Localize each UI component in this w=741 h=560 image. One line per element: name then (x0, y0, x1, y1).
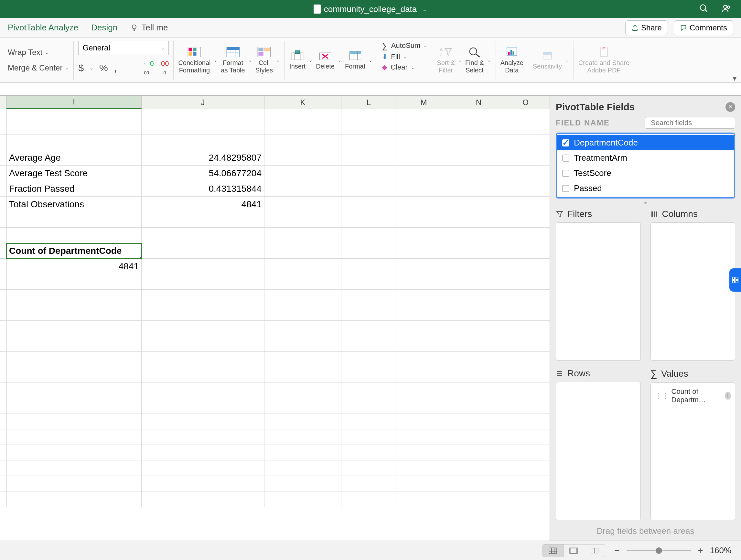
cell-frac-passed-val[interactable]: 0.431315844 (142, 181, 264, 196)
comments-label: Comments (690, 23, 727, 32)
share-icon (631, 24, 638, 31)
format-icon (348, 50, 362, 61)
cell-pivot-header[interactable]: Count of DepartmentCode (6, 243, 142, 258)
sensitivity-button[interactable]: Sensitivity (533, 50, 562, 70)
rows-icon (556, 369, 563, 377)
view-page-layout-button[interactable] (563, 545, 584, 557)
chevron-down-icon[interactable]: ⌄ (338, 58, 342, 63)
clear-button[interactable]: ◆Clear⌄ (382, 63, 415, 71)
chevron-down-icon[interactable]: ⌄ (276, 58, 280, 63)
comments-button[interactable]: Comments (674, 20, 733, 35)
cell-total-obs-label[interactable]: Total Observations (6, 197, 142, 212)
increase-decimal-button[interactable]: ←0.00 (143, 60, 154, 76)
chevron-down-icon: ⌄ (423, 43, 427, 48)
cell-avg-age-label[interactable]: Average Age (6, 150, 142, 165)
filters-dropzone[interactable] (556, 222, 641, 360)
collapse-ribbon-button[interactable]: ▼ (731, 75, 738, 82)
value-count-departmentcode[interactable]: ⋮⋮ Count of Departm… i (653, 386, 733, 406)
col-header-M[interactable]: M (396, 96, 451, 109)
zoom-in-button[interactable]: + (696, 546, 705, 556)
values-dropzone[interactable]: ⋮⋮ Count of Departm… i (651, 382, 736, 520)
info-icon[interactable]: i (725, 392, 731, 400)
field-departmentcode[interactable]: ✓ DepartmentCode (557, 135, 734, 150)
merge-center-button[interactable]: Merge & Center⌄ (8, 62, 69, 74)
wrap-text-button[interactable]: Wrap Text⌄ (8, 47, 49, 58)
col-header-N[interactable]: N (451, 96, 506, 109)
search-fields-input[interactable] (645, 117, 735, 129)
number-format-dropdown[interactable]: General ⌄ (78, 41, 169, 55)
chevron-down-icon[interactable]: ⌄ (565, 58, 569, 63)
formula-bar[interactable] (0, 83, 741, 96)
col-header-O[interactable]: O (506, 96, 545, 109)
chevron-down-icon: ⌄ (411, 65, 415, 70)
chevron-down-icon: ⌄ (65, 65, 69, 70)
svg-point-3 (727, 6, 730, 9)
autosum-button[interactable]: ∑AutoSum⌄ (382, 41, 427, 51)
search-fields-text[interactable] (651, 119, 740, 127)
cell-avg-score-label[interactable]: Average Test Score (6, 165, 142, 181)
delete-button[interactable]: Delete (316, 50, 335, 70)
columns-dropzone[interactable] (651, 222, 736, 360)
chevron-down-icon[interactable]: ⌄ (309, 58, 313, 63)
document-title-group[interactable]: community_college_data ⌄ (314, 4, 428, 14)
find-select-button[interactable]: Find & Select (465, 46, 484, 74)
col-header-J[interactable]: J (142, 96, 264, 109)
chevron-down-icon[interactable]: ⌄ (89, 65, 93, 70)
cell-pivot-val[interactable]: 4841 (6, 259, 142, 274)
fill-button[interactable]: ⬇Fill⌄ (382, 53, 407, 61)
format-as-table-button[interactable]: Format as Table (221, 46, 245, 74)
zoom-out-button[interactable]: − (612, 546, 622, 556)
col-header-L[interactable]: L (341, 96, 396, 109)
create-share-pdf-label: Create and Share Adobe PDF (579, 59, 629, 74)
resize-handle-icon[interactable]: ● (556, 199, 735, 207)
spreadsheet-grid[interactable]: I J K L M N O Average Age24.48295807 Ave… (0, 96, 550, 541)
close-icon[interactable]: ✕ (726, 102, 735, 112)
zoom-slider[interactable] (626, 550, 691, 551)
chevron-down-icon[interactable]: ⌄ (368, 58, 373, 63)
sort-filter-button[interactable]: AZ Sort & Filter (437, 46, 455, 74)
chevron-down-icon[interactable]: ⌄ (487, 58, 491, 63)
currency-button[interactable]: $ (78, 62, 84, 73)
decrease-decimal-button[interactable]: .00→0 (159, 60, 169, 76)
col-header-I[interactable]: I (6, 96, 142, 109)
column-headers: I J K L M N O (0, 96, 550, 109)
cell-styles-button[interactable]: Cell Styles (255, 46, 273, 74)
view-normal-button[interactable] (543, 545, 563, 557)
search-icon[interactable] (699, 4, 709, 14)
cell-total-obs-val[interactable]: 4841 (142, 197, 264, 212)
cell-avg-age-val[interactable]: 24.48295807 (142, 150, 264, 165)
share-button[interactable]: Share (625, 20, 668, 35)
analyze-data-label: Analyze Data (500, 59, 523, 74)
svg-rect-18 (258, 48, 263, 51)
chevron-down-icon[interactable]: ⌄ (422, 5, 427, 13)
format-button[interactable]: Format (345, 50, 365, 70)
col-header-K[interactable]: K (264, 96, 341, 109)
chevron-down-icon[interactable]: ⌄ (248, 58, 252, 63)
comma-button[interactable]: , (114, 61, 117, 74)
field-passed[interactable]: Passed (557, 181, 734, 196)
presence-icon[interactable] (722, 4, 731, 14)
cell-frac-passed-label[interactable]: Fraction Passed (6, 181, 142, 196)
cell-avg-score-val[interactable]: 54.06677204 (142, 165, 264, 181)
analyze-data-button[interactable]: Analyze Data (500, 46, 523, 74)
svg-rect-8 (189, 48, 192, 51)
conditional-formatting-button[interactable]: Conditional Formatting (178, 46, 210, 74)
view-page-break-button[interactable] (584, 545, 605, 557)
share-label: Share (641, 23, 662, 32)
create-share-pdf-button[interactable]: Create and Share Adobe PDF (579, 46, 629, 74)
chevron-down-icon[interactable]: ⌄ (214, 58, 218, 63)
svg-rect-51 (549, 548, 557, 553)
zoom-thumb[interactable] (656, 547, 662, 554)
field-testscore[interactable]: TestScore (557, 165, 734, 181)
tab-design[interactable]: Design (91, 23, 117, 33)
chevron-down-icon[interactable]: ⌄ (458, 58, 462, 63)
rows-dropzone[interactable] (556, 382, 641, 520)
insert-button[interactable]: Insert (289, 50, 306, 70)
tell-me[interactable]: Tell me (130, 23, 168, 33)
percent-button[interactable]: % (99, 62, 108, 73)
zoom-level[interactable]: 160% (710, 546, 732, 555)
tab-pivottable-analyze[interactable]: PivotTable Analyze (8, 23, 78, 33)
field-treatmentarm[interactable]: TreatmentArm (557, 150, 734, 165)
delete-label: Delete (316, 63, 335, 70)
side-float-button[interactable] (729, 268, 741, 292)
